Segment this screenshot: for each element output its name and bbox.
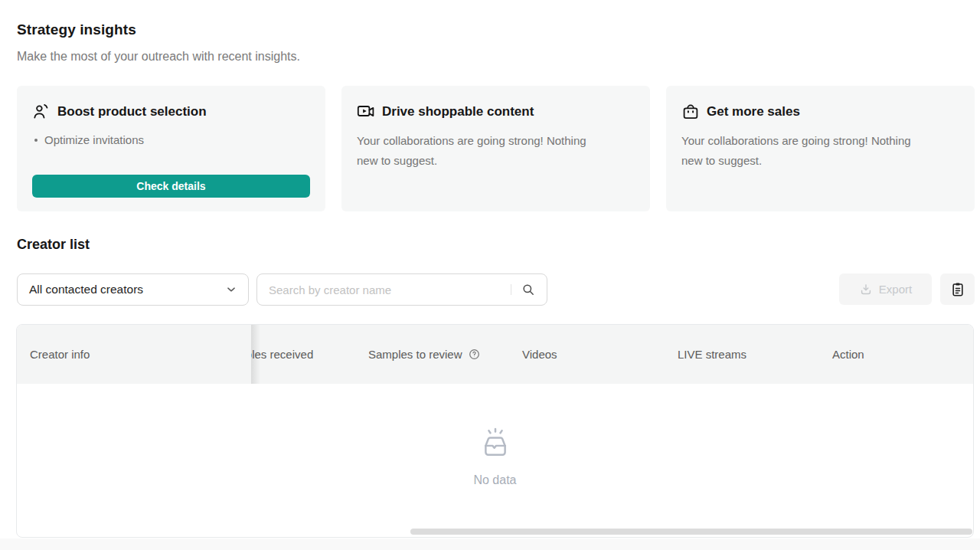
card-text: Your collaborations are going strong! No…	[681, 131, 934, 171]
card-title: Boost product selection	[57, 104, 207, 119]
insight-card-get-more-sales: Get more sales Your collaborations are g…	[666, 86, 975, 211]
insight-card-drive-shoppable-content: Drive shoppable content Your collaborati…	[341, 86, 650, 211]
creator-table: Samples received Samples to review Video…	[16, 324, 974, 538]
table-header-row: Samples received Samples to review Video…	[17, 325, 973, 384]
card-header: Get more sales	[681, 103, 959, 121]
strategy-insights-subtitle: Make the most of your outreach with rece…	[17, 50, 300, 64]
no-data-text: No data	[473, 473, 516, 487]
column-label: Creator info	[30, 348, 90, 361]
card-text: Your collaborations are going strong! No…	[357, 131, 609, 171]
column-videos: Videos	[522, 325, 557, 384]
shopping-bag-icon	[681, 103, 700, 121]
filter-selected-value: All contacted creators	[29, 283, 143, 296]
bullet-dot	[34, 139, 38, 142]
horizontal-scrollbar-thumb[interactable]	[410, 529, 972, 535]
creator-users-icon	[32, 103, 51, 121]
column-creator-info: Creator info	[17, 325, 251, 384]
creator-search	[256, 273, 547, 306]
column-label: Samples to review	[368, 348, 462, 361]
sticky-column-shadow	[251, 325, 260, 384]
search-icon[interactable]	[521, 282, 536, 297]
shoppable-video-icon	[357, 103, 375, 121]
insight-cards: Boost product selection Optimize invitat…	[17, 86, 975, 211]
search-divider	[511, 284, 511, 295]
column-label: Action	[832, 348, 864, 361]
clipboard-icon	[950, 282, 965, 297]
search-input[interactable]	[269, 283, 506, 296]
saved-creators-button[interactable]	[940, 273, 975, 305]
affiliate-dashboard: Strategy insights Make the most of your …	[0, 0, 980, 550]
card-title: Get more sales	[707, 104, 800, 119]
card-header: Drive shoppable content	[357, 103, 635, 121]
card-title: Drive shoppable content	[382, 104, 534, 119]
column-samples-to-review: Samples to review	[368, 325, 481, 384]
bullet-text: Optimize invitations	[44, 133, 144, 146]
insight-card-boost-product-selection: Boost product selection Optimize invitat…	[17, 86, 325, 211]
help-icon[interactable]	[468, 348, 481, 361]
column-label: LIVE streams	[678, 348, 746, 361]
column-action: Action	[832, 325, 864, 384]
export-button[interactable]: Export	[839, 273, 932, 305]
column-label: Videos	[522, 348, 557, 361]
column-live-streams: LIVE streams	[678, 325, 746, 384]
page-bottom-strip	[0, 539, 980, 550]
empty-box-icon	[478, 427, 513, 460]
chevron-down-icon	[224, 283, 238, 296]
download-icon	[859, 283, 873, 296]
empty-state: No data	[17, 384, 973, 529]
card-bullet-item: Optimize invitations	[32, 133, 310, 146]
card-header: Boost product selection	[32, 103, 310, 121]
creator-filter-dropdown[interactable]: All contacted creators	[17, 273, 249, 306]
check-details-button[interactable]: Check details	[32, 175, 310, 198]
export-label: Export	[879, 283, 912, 296]
strategy-insights-title: Strategy insights	[17, 21, 136, 38]
creator-list-title: Creator list	[17, 237, 90, 253]
